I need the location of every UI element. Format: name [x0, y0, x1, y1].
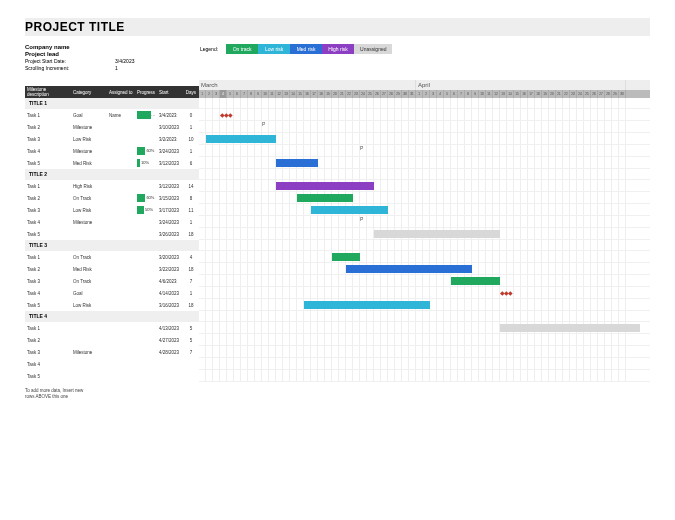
- cell-desc[interactable]: Task 4: [25, 149, 71, 154]
- day-cell[interactable]: 17: [311, 90, 318, 98]
- table-row[interactable]: Task 4: [25, 358, 199, 370]
- day-cell[interactable]: 3: [213, 90, 220, 98]
- cell-desc[interactable]: Task 1: [25, 113, 71, 118]
- hdr-category[interactable]: Category: [71, 90, 107, 95]
- day-cell[interactable]: 22: [563, 90, 570, 98]
- cell-start[interactable]: 3/22/2023: [157, 267, 183, 272]
- day-cell[interactable]: 8: [248, 90, 255, 98]
- table-row[interactable]: Task 24/27/20235: [25, 334, 199, 346]
- section-row[interactable]: TITLE 4: [25, 311, 199, 322]
- cell-days[interactable]: 1: [183, 220, 199, 225]
- gantt-bar[interactable]: [276, 182, 374, 190]
- gantt-row[interactable]: [199, 133, 650, 145]
- day-cell[interactable]: 10: [479, 90, 486, 98]
- cell-category[interactable]: High Risk: [71, 184, 107, 189]
- section-row[interactable]: TITLE 1: [25, 98, 199, 109]
- day-cell[interactable]: 6: [451, 90, 458, 98]
- table-row[interactable]: Task 4Milestone3/24/20231: [25, 216, 199, 228]
- day-cell[interactable]: 26: [374, 90, 381, 98]
- gantt-grid[interactable]: PPP: [199, 98, 650, 382]
- day-cell[interactable]: 11: [486, 90, 493, 98]
- table-row[interactable]: Task 5Low Risk3/16/202318: [25, 299, 199, 311]
- day-cell[interactable]: 13: [500, 90, 507, 98]
- gantt-row[interactable]: [199, 287, 650, 299]
- cell-start[interactable]: 4/14/2023: [157, 291, 183, 296]
- day-cell[interactable]: 22: [346, 90, 353, 98]
- gantt-row[interactable]: [199, 370, 650, 382]
- day-cell[interactable]: 25: [367, 90, 374, 98]
- table-row[interactable]: Task 14/13/20235: [25, 322, 199, 334]
- company-label[interactable]: Company name: [25, 44, 115, 50]
- cell-desc[interactable]: Task 3: [25, 350, 71, 355]
- cell-progress[interactable]: 100%: [135, 111, 157, 119]
- day-cell[interactable]: 1: [416, 90, 423, 98]
- cell-desc[interactable]: Task 1: [25, 255, 71, 260]
- hdr-desc[interactable]: Milestone description: [25, 87, 71, 97]
- cell-days[interactable]: 0: [183, 113, 199, 118]
- day-cell[interactable]: 24: [577, 90, 584, 98]
- day-cell[interactable]: 8: [465, 90, 472, 98]
- cell-start[interactable]: 3/2/2023: [157, 137, 183, 142]
- day-cell[interactable]: 29: [612, 90, 619, 98]
- day-cell[interactable]: 24: [360, 90, 367, 98]
- cell-desc[interactable]: Task 4: [25, 220, 71, 225]
- day-cell[interactable]: 2: [423, 90, 430, 98]
- cell-days[interactable]: 5: [183, 338, 199, 343]
- day-cell[interactable]: 19: [542, 90, 549, 98]
- day-cell[interactable]: 20: [332, 90, 339, 98]
- table-row[interactable]: Task 2On Track60%3/15/20238: [25, 192, 199, 204]
- day-cell[interactable]: 23: [570, 90, 577, 98]
- day-cell[interactable]: 30: [402, 90, 409, 98]
- cell-days[interactable]: 7: [183, 279, 199, 284]
- gantt-row[interactable]: [199, 192, 650, 204]
- cell-start[interactable]: 3/20/2023: [157, 255, 183, 260]
- hdr-start[interactable]: Start: [157, 90, 183, 95]
- hdr-assigned[interactable]: Assigned to: [107, 90, 135, 95]
- day-cell[interactable]: 10: [262, 90, 269, 98]
- project-title[interactable]: PROJECT TITLE: [25, 20, 650, 34]
- cell-days[interactable]: 8: [183, 196, 199, 201]
- gantt-row[interactable]: [199, 322, 650, 334]
- day-cell[interactable]: 5: [227, 90, 234, 98]
- cell-category[interactable]: On Track: [71, 255, 107, 260]
- table-row[interactable]: Task 3On Track4/6/20237: [25, 275, 199, 287]
- day-cell[interactable]: 15: [514, 90, 521, 98]
- cell-progress[interactable]: 50%: [135, 206, 157, 214]
- cell-start[interactable]: 3/16/2023: [157, 303, 183, 308]
- cell-desc[interactable]: Task 2: [25, 125, 71, 130]
- gantt-bar[interactable]: [206, 135, 276, 143]
- gantt-row[interactable]: [199, 358, 650, 370]
- cell-desc[interactable]: Task 5: [25, 161, 71, 166]
- cell-desc[interactable]: Task 4: [25, 291, 71, 296]
- cell-days[interactable]: 14: [183, 184, 199, 189]
- day-cell[interactable]: 18: [535, 90, 542, 98]
- cell-start[interactable]: 4/6/2023: [157, 279, 183, 284]
- gantt-row[interactable]: [199, 299, 650, 311]
- day-cell[interactable]: 28: [605, 90, 612, 98]
- cell-desc[interactable]: Task 1: [25, 184, 71, 189]
- day-cell[interactable]: 27: [381, 90, 388, 98]
- cell-start[interactable]: 3/10/2023: [157, 125, 183, 130]
- gantt-row[interactable]: [199, 109, 650, 121]
- gantt-bar[interactable]: [451, 277, 500, 285]
- cell-progress[interactable]: 60%: [135, 194, 157, 202]
- day-cell[interactable]: 29: [395, 90, 402, 98]
- cell-start[interactable]: 4/13/2023: [157, 326, 183, 331]
- table-row[interactable]: Task 53/26/202318: [25, 228, 199, 240]
- table-row[interactable]: Task 1GoalName100%3/4/20230: [25, 109, 199, 121]
- gantt-bar[interactable]: [332, 253, 360, 261]
- cell-category[interactable]: Low Risk: [71, 208, 107, 213]
- cell-start[interactable]: 3/24/2023: [157, 149, 183, 154]
- day-cell[interactable]: 14: [290, 90, 297, 98]
- cell-category[interactable]: On Track: [71, 196, 107, 201]
- start-date-value[interactable]: 3/4/2023: [115, 58, 134, 64]
- day-cell[interactable]: 12: [276, 90, 283, 98]
- day-cell[interactable]: 28: [388, 90, 395, 98]
- cell-start[interactable]: 3/24/2023: [157, 220, 183, 225]
- day-cell[interactable]: 7: [241, 90, 248, 98]
- day-cell[interactable]: 12: [493, 90, 500, 98]
- cell-days[interactable]: 6: [183, 161, 199, 166]
- cell-days[interactable]: 1: [183, 149, 199, 154]
- day-cell[interactable]: 9: [472, 90, 479, 98]
- day-cell[interactable]: 27: [598, 90, 605, 98]
